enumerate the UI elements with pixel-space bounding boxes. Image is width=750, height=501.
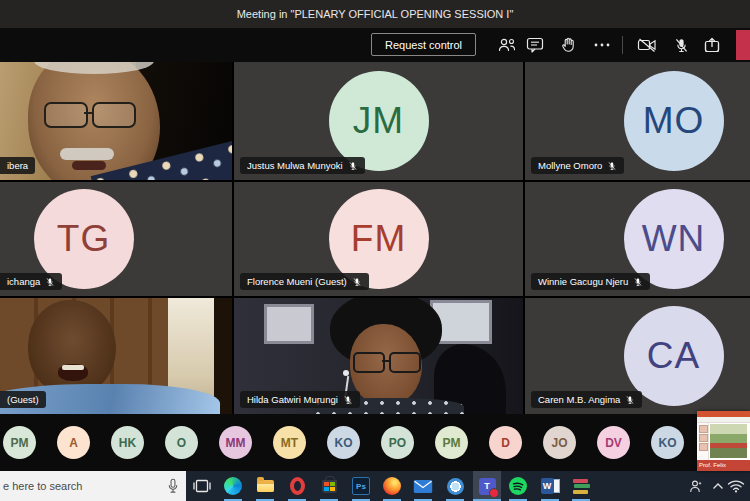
participant-tile[interactable]: CA Caren M.B. Angima (525, 298, 750, 414)
wifi-icon[interactable] (726, 471, 746, 501)
slide-thumbnail (699, 425, 708, 433)
participant-name: Florence Mueni (Guest) (247, 276, 347, 287)
share-screen-icon[interactable] (699, 32, 725, 58)
participants-icon[interactable] (494, 32, 520, 58)
meeting-title: Meeting in "PLENARY OFFICIAL OPENING SES… (237, 8, 514, 20)
mail-icon[interactable] (411, 471, 435, 501)
participant-tile[interactable]: TG ichanga (0, 182, 232, 296)
roster-avatar[interactable]: JO (543, 426, 576, 459)
roster-initials: KO (335, 436, 353, 450)
participant-name-tag: Justus Mulwa Munyoki (240, 157, 365, 174)
roster-initials: MM (226, 436, 246, 450)
participant-name: Caren M.B. Angima (538, 394, 620, 405)
participant-tile[interactable]: FM Florence Mueni (Guest) (234, 182, 523, 296)
avatar: MO (624, 71, 724, 171)
avatar-initials: MO (643, 100, 705, 142)
participant-tile[interactable]: JM Justus Mulwa Munyoki (234, 62, 523, 180)
roster-avatar[interactable]: PO (381, 426, 414, 459)
participant-name-tag: Hilda Gatwiri Murungi (240, 391, 360, 408)
roster-initials: PM (443, 436, 461, 450)
roster-avatar[interactable]: KO (327, 426, 360, 459)
notification-badge (489, 488, 499, 498)
people-tray-icon[interactable] (686, 471, 706, 501)
roster-initials: HK (119, 436, 136, 450)
mustache-shape (60, 148, 114, 160)
word-icon[interactable]: W (538, 471, 562, 501)
slide-thumbnail (699, 443, 708, 451)
avatar-initials: TG (57, 218, 110, 260)
request-control-button[interactable]: Request control (371, 33, 476, 56)
more-options-icon[interactable] (589, 32, 615, 58)
roster-initials: O (177, 436, 186, 450)
raise-hand-icon[interactable] (555, 32, 581, 58)
participant-tile[interactable]: Hilda Gatwiri Murungi (234, 298, 523, 414)
camera-off-icon[interactable] (634, 32, 660, 58)
roster-initials: KO (659, 436, 677, 450)
participant-name: (Guest) (7, 394, 39, 405)
file-explorer-icon[interactable] (253, 471, 277, 501)
roster-avatar[interactable]: PM (435, 426, 468, 459)
ppt-caption: Prof. Felix (697, 460, 750, 471)
participant-tile[interactable]: MO Mollyne Omoro (525, 62, 750, 180)
avatar-initials: JM (353, 100, 404, 142)
powerpoint-mini-window[interactable]: Prof. Felix (697, 411, 750, 471)
leave-meeting-button[interactable] (736, 30, 750, 60)
mic-muted-icon (625, 395, 635, 405)
participant-tile[interactable]: (Guest) (0, 298, 232, 414)
mic-muted-icon (343, 395, 353, 405)
participant-name: Hilda Gatwiri Murungi (247, 394, 338, 405)
mic-muted-icon[interactable] (668, 32, 694, 58)
avatar-initials: FM (351, 218, 406, 260)
firefox-icon[interactable] (380, 471, 404, 501)
edge-icon[interactable] (221, 471, 245, 501)
earbud-shape (343, 370, 349, 376)
skype-icon[interactable] (443, 471, 467, 501)
participant-tile[interactable]: WN Winnie Gacugu Njeru (525, 182, 750, 296)
roster-avatar[interactable]: MM (219, 426, 252, 459)
search-input[interactable]: e here to search (0, 480, 166, 492)
participant-tile[interactable]: ibera (0, 62, 232, 180)
participant-name: ibera (7, 160, 28, 171)
teams-icon[interactable]: T (473, 471, 501, 501)
participant-name-tag: Winnie Gacugu Njeru (531, 273, 650, 290)
winrar-icon[interactable] (569, 471, 593, 501)
picture-frame (264, 304, 314, 344)
taskbar-search[interactable]: e here to search (0, 471, 186, 501)
mic-muted-icon (348, 161, 358, 171)
mic-muted-icon (45, 277, 55, 287)
roster-initials: PM (11, 436, 29, 450)
chat-icon[interactable] (522, 32, 548, 58)
roster-avatar[interactable]: DV (597, 426, 630, 459)
roster-avatar[interactable]: HK (111, 426, 144, 459)
show-hidden-icons-chevron[interactable] (708, 471, 728, 501)
avatar-initials: WN (642, 218, 706, 260)
wall-shape (214, 298, 232, 414)
participant-name-tag: Mollyne Omoro (531, 157, 624, 174)
participant-name: Justus Mulwa Munyoki (247, 160, 343, 171)
spotify-icon[interactable] (506, 471, 530, 501)
teeth-shape (62, 365, 84, 370)
toolbar-divider (622, 36, 623, 54)
photoshop-icon[interactable]: Ps (349, 471, 373, 501)
roster-avatar[interactable]: KO (651, 426, 684, 459)
roster-initials: A (69, 436, 78, 450)
roster-avatar[interactable]: PM (3, 426, 36, 459)
glasses-shape (92, 102, 136, 128)
roster-avatar[interactable]: A (57, 426, 90, 459)
roster-initials: JO (551, 436, 567, 450)
search-mic-icon[interactable] (166, 478, 180, 494)
task-view-icon[interactable] (190, 471, 214, 501)
face-shape (28, 300, 116, 396)
roster-avatar[interactable]: O (165, 426, 198, 459)
window-titlebar: Meeting in "PLENARY OFFICIAL OPENING SES… (0, 0, 750, 28)
glasses-shape (353, 352, 385, 373)
participant-name-tag: ichanga (0, 273, 62, 290)
ppt-slide-rail (697, 423, 709, 460)
meeting-toolbar: Request control (0, 28, 750, 62)
roster-avatar[interactable]: MT (273, 426, 306, 459)
participant-name-tag: ibera (0, 157, 35, 174)
roster-avatar[interactable]: D (489, 426, 522, 459)
microsoft-store-icon[interactable] (317, 471, 341, 501)
participant-name-tag: (Guest) (0, 391, 46, 408)
opera-icon[interactable] (285, 471, 309, 501)
